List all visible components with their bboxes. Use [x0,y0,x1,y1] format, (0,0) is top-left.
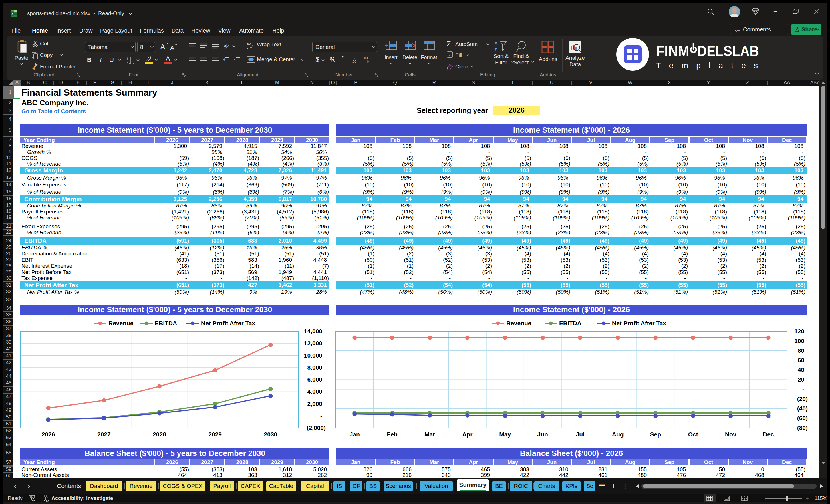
svg-text:EBITDA: EBITDA [559,320,581,326]
svg-text:→0: →0 [364,60,369,63]
svg-text:2028: 2028 [153,431,166,438]
svg-text:c: c [247,45,249,50]
svg-text:2027: 2027 [97,431,111,438]
svg-text:60: 60 [798,357,804,363]
svg-text:x: x [11,12,13,16]
svg-text:14,000: 14,000 [304,328,322,335]
svg-text:Oct: Oct [688,431,698,438]
svg-text:Jun: Jun [537,431,548,438]
svg-text:2030: 2030 [264,431,278,438]
svg-text:20: 20 [798,376,804,383]
svg-text:Aug: Aug [612,431,624,438]
svg-text:2026: 2026 [42,431,55,438]
svg-text:FINM: FINM [656,43,689,59]
svg-text:DELSLAB: DELSLAB [697,43,759,59]
svg-text:May: May [499,431,511,438]
svg-text:.00: .00 [352,60,356,63]
svg-text:A: A [494,41,498,46]
svg-text:Feb: Feb [387,431,397,438]
svg-text:8,000: 8,000 [307,364,322,371]
svg-text:2,000: 2,000 [307,401,322,407]
svg-text:Apr: Apr [462,431,473,438]
svg-text:Jul: Jul [576,431,584,438]
svg-text:Dec: Dec [763,431,774,438]
svg-text:(40): (40) [797,405,808,412]
svg-text:Net Profit After Tax: Net Profit After Tax [201,320,255,326]
svg-text:Net Profit After Tax: Net Profit After Tax [612,320,666,326]
svg-text:T e m p l a t e s: T e m p l a t e s [656,61,758,70]
svg-text:Sep: Sep [650,431,661,438]
svg-text:10,000: 10,000 [304,352,322,359]
svg-text:6,000: 6,000 [307,376,322,383]
svg-text:Z: Z [494,47,497,52]
svg-text:Jan: Jan [350,431,360,438]
svg-text:120: 120 [794,328,804,335]
svg-text:(2,000): (2,000) [307,424,326,431]
svg-text:(60): (60) [797,415,808,421]
svg-text:Revenue: Revenue [506,320,532,326]
svg-text:-: - [802,386,804,392]
svg-text:.00: .00 [363,56,368,60]
svg-text:←0: ←0 [353,56,358,60]
svg-text:EBITDA: EBITDA [155,320,177,326]
svg-text:(80): (80) [797,424,808,431]
svg-text:80: 80 [798,347,804,354]
svg-text:Revenue: Revenue [108,320,134,326]
svg-text:Nov: Nov [725,431,736,438]
svg-text:-: - [320,412,322,419]
svg-text:12,000: 12,000 [304,340,322,346]
svg-text:ab: ab [224,43,228,48]
svg-text:(20): (20) [797,396,808,402]
svg-text:2029: 2029 [208,431,222,438]
svg-text:4,000: 4,000 [307,388,322,395]
svg-text:40: 40 [798,367,804,373]
svg-text:ab: ab [247,41,251,45]
svg-text:100: 100 [794,338,804,344]
svg-text:Mar: Mar [424,431,435,438]
